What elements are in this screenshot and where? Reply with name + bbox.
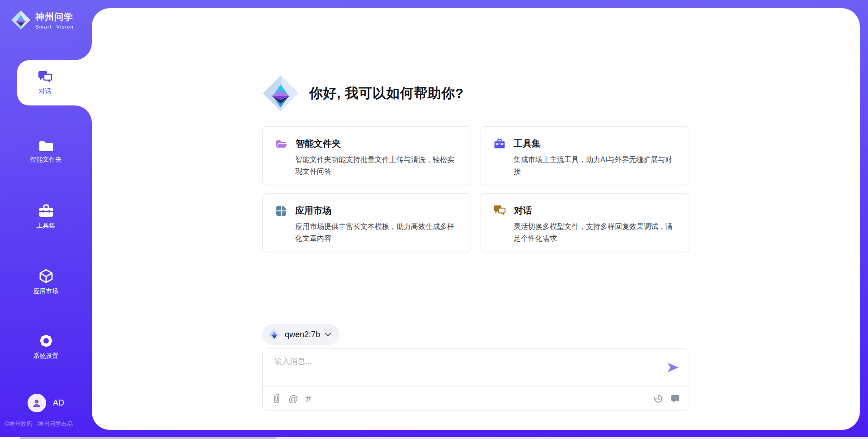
folder-icon bbox=[38, 139, 54, 152]
card-description: 灵活切换多模型文件，支持多样回复效果调试，满足个性化需求 bbox=[514, 221, 679, 244]
horizontal-scrollbar[interactable] bbox=[0, 437, 868, 439]
sidebar-item-label: 应用市场 bbox=[33, 287, 59, 296]
folder-open-icon bbox=[275, 138, 288, 149]
card-chat[interactable]: 对话 灵活切换多模型文件，支持多样回复效果调试，满足个性化需求 bbox=[481, 193, 689, 252]
chat-icon bbox=[38, 71, 52, 84]
person-icon bbox=[31, 398, 42, 409]
sidebar-item-smart-folder[interactable]: 智能文件夹 bbox=[0, 136, 92, 167]
card-smart-folder[interactable]: 智能文件夹 智能文件夹功能支持批量文件上传与清洗，轻松实现文件问答 bbox=[262, 126, 471, 185]
briefcase-icon bbox=[494, 138, 505, 149]
scrollbar-track[interactable] bbox=[276, 437, 868, 439]
active-tab-fillet-top bbox=[75, 43, 92, 60]
model-name: qwen2:7b bbox=[285, 330, 320, 339]
comment-icon bbox=[670, 394, 680, 403]
cube-icon bbox=[38, 268, 54, 284]
sidebar-item-label: 工具集 bbox=[37, 222, 56, 230]
sidebar-item-label: 对话 bbox=[39, 87, 52, 95]
sidebar-item-label: 系统设置 bbox=[33, 352, 59, 360]
briefcase-icon bbox=[38, 204, 54, 218]
message-composer: @ # bbox=[262, 348, 689, 411]
card-toolkit[interactable]: 工具集 集成市场上主流工具，助力AI与外界无缝扩展与对接 bbox=[481, 126, 689, 185]
sidebar-item-label: 智能文件夹 bbox=[30, 156, 62, 164]
greeting-text: 你好, 我可以如何帮助你? bbox=[309, 84, 464, 103]
sidebar-item-settings[interactable]: 系统设置 bbox=[0, 331, 92, 363]
apps-grid-icon bbox=[275, 205, 287, 217]
message-input[interactable] bbox=[263, 349, 689, 386]
scrollbar-thumb[interactable] bbox=[20, 437, 276, 439]
card-description: 智能文件夹功能支持批量文件上传与清洗，轻松实现文件问答 bbox=[295, 154, 461, 177]
sidebar-item-app-market[interactable]: 应用市场 bbox=[0, 266, 92, 298]
user-account[interactable]: AD bbox=[0, 394, 92, 412]
topic-button[interactable]: # bbox=[306, 394, 311, 403]
history-icon bbox=[653, 394, 663, 404]
user-initials: AD bbox=[53, 398, 64, 408]
brand-logo-icon bbox=[11, 10, 31, 30]
card-description: 应用市场提供丰富长文本模板，助力高效生成多样化文章内容 bbox=[295, 221, 461, 244]
gear-icon bbox=[38, 333, 54, 348]
card-title: 应用市场 bbox=[295, 205, 331, 217]
history-button[interactable] bbox=[653, 394, 663, 404]
composer-toolbar: @ # bbox=[263, 386, 689, 410]
send-icon[interactable] bbox=[666, 361, 680, 374]
chat-icon bbox=[494, 205, 506, 216]
card-title: 对话 bbox=[514, 205, 532, 217]
brand: 神州问学 Smart Vision bbox=[11, 10, 74, 30]
attach-file-button[interactable] bbox=[273, 393, 281, 404]
active-tab-fillet-bottom bbox=[75, 105, 92, 123]
card-title: 智能文件夹 bbox=[296, 138, 341, 150]
card-description: 集成市场上主流工具，助力AI与外界无缝扩展与对接 bbox=[514, 154, 679, 177]
mention-button[interactable]: @ bbox=[288, 394, 298, 403]
brand-subtitle: Smart Vision bbox=[35, 24, 74, 29]
main-panel: 你好, 我可以如何帮助你? 智能文件夹 智能文件夹功能支持批量文件上传与清洗，轻… bbox=[92, 8, 860, 430]
brand-name: 神州问学 bbox=[35, 11, 74, 23]
model-logo-icon bbox=[269, 329, 280, 340]
card-title: 工具集 bbox=[514, 138, 541, 150]
conversation-button[interactable] bbox=[670, 394, 680, 403]
copyright-text: ©神州数码 · 神州问学出品 bbox=[5, 420, 73, 428]
paperclip-icon bbox=[273, 393, 281, 404]
model-selector[interactable]: qwen2:7b bbox=[262, 324, 340, 345]
app-logo-icon bbox=[262, 75, 299, 112]
card-app-market[interactable]: 应用市场 应用市场提供丰富长文本模板，助力高效生成多样化文章内容 bbox=[262, 193, 471, 252]
feature-cards: 智能文件夹 智能文件夹功能支持批量文件上传与清洗，轻松实现文件问答 工具集 集成… bbox=[262, 126, 689, 252]
sidebar: 神州问学 Smart Vision 对话 智能文件夹 工具集 bbox=[0, 0, 92, 439]
greeting: 你好, 我可以如何帮助你? bbox=[262, 75, 689, 112]
sidebar-item-toolkit[interactable]: 工具集 bbox=[0, 201, 92, 233]
chevron-down-icon bbox=[325, 332, 331, 337]
sidebar-item-chat[interactable]: 对话 bbox=[17, 60, 92, 105]
avatar bbox=[28, 394, 46, 412]
